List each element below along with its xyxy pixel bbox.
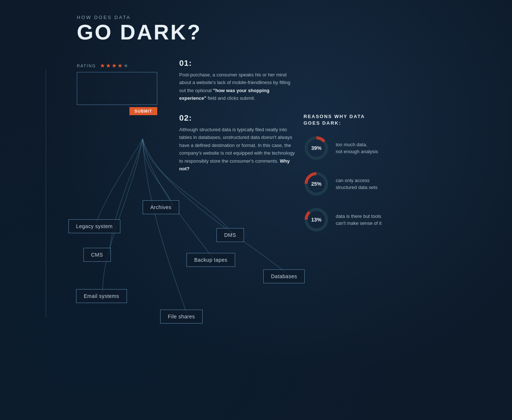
node-backup: Backup tapes <box>187 253 235 267</box>
star-3[interactable]: ★ <box>112 62 117 69</box>
steps-area: 01: Post-purchase, a consumer speaks his… <box>179 58 296 183</box>
node-email: Email systems <box>76 289 127 303</box>
vertical-line <box>46 69 46 318</box>
submit-button[interactable]: SUBMIT <box>129 107 157 115</box>
donut-label-1: 39% <box>304 135 329 161</box>
star-5[interactable]: ★ <box>123 62 128 69</box>
step-1-number: 01: <box>179 58 296 68</box>
rating-label: RATING <box>77 64 96 68</box>
reason-text-1: too much data,not enough analysis <box>336 141 378 155</box>
reason-text-3: data is there but toolscan't make sense … <box>336 213 381 227</box>
star-4[interactable]: ★ <box>117 62 123 69</box>
node-dms: DMS <box>217 228 244 242</box>
donut-2: 25% <box>304 171 329 197</box>
star-2[interactable]: ★ <box>106 62 111 69</box>
header-subtitle: HOW DOES DATA <box>77 15 202 20</box>
donut-label-2: 25% <box>304 171 329 197</box>
node-cms: CMS <box>83 248 111 262</box>
donut-1: 39% <box>304 135 329 161</box>
reasons-title: REASONS WHY DATAGOES DARK: <box>304 113 417 126</box>
step-1: 01: Post-purchase, a consumer speaks his… <box>179 58 296 102</box>
step-2-number: 02: <box>179 113 296 123</box>
step-1-text: Post-purchase, a consumer speaks his or … <box>179 71 296 102</box>
stars: ★ ★ ★ ★ ★ <box>100 62 128 69</box>
header: HOW DOES DATA GO DARK? <box>77 15 202 43</box>
rating-row: RATING ★ ★ ★ ★ ★ <box>77 62 157 69</box>
donut-3: 13% <box>304 207 329 232</box>
page-wrapper: HOW DOES DATA GO DARK? RATING ★ ★ ★ ★ ★ … <box>0 0 512 420</box>
reason-2: 25% can only accessstructured data sets <box>304 171 417 197</box>
donut-label-3: 13% <box>304 207 329 232</box>
node-archives: Archives <box>143 200 179 214</box>
reason-text-2: can only accessstructured data sets <box>336 177 377 191</box>
review-textarea[interactable] <box>77 72 157 105</box>
reasons-panel: REASONS WHY DATAGOES DARK: 39% too much … <box>304 113 417 243</box>
reason-1: 39% too much data,not enough analysis <box>304 135 417 161</box>
star-1[interactable]: ★ <box>100 62 105 69</box>
step-2: 02: Although structured data is typicall… <box>179 113 296 173</box>
node-legacy: Legacy system <box>68 219 120 233</box>
reason-3: 13% data is there but toolscan't make se… <box>304 207 417 232</box>
node-fileshares: File shares <box>160 310 203 323</box>
node-databases: Databases <box>263 269 305 283</box>
step-2-text: Although structured data is typically fi… <box>179 126 296 173</box>
form-area: RATING ★ ★ ★ ★ ★ SUBMIT <box>77 62 157 115</box>
header-title: GO DARK? <box>77 22 202 43</box>
